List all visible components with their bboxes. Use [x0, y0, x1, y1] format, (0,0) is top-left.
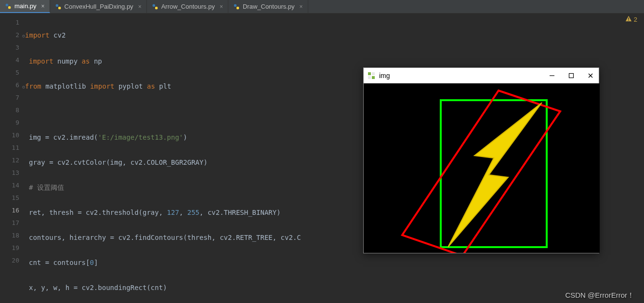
line-number: 15 — [0, 192, 19, 204]
line-number: 17 — [0, 217, 19, 229]
svg-rect-5 — [155, 7, 158, 9]
svg-rect-13 — [372, 76, 375, 79]
python-file-icon — [152, 3, 158, 10]
line-number-gutter: 1 2 3 4 5 6 7 8 9 10 11 12 13 14 15 16 1… — [0, 13, 29, 303]
line-number: 8 — [0, 104, 19, 117]
line-number: 16 — [0, 204, 19, 217]
close-icon[interactable]: × — [138, 3, 142, 10]
svg-rect-8 — [628, 17, 629, 19]
window-controls — [548, 71, 595, 80]
svg-rect-3 — [58, 7, 61, 9]
maximize-button[interactable] — [567, 71, 576, 80]
line-number: 5 — [0, 66, 19, 79]
line-number: 10 — [0, 129, 19, 142]
fold-icon[interactable]: ⊖ — [22, 84, 25, 90]
line-number: 7 — [0, 92, 19, 104]
line-number: 12 — [0, 154, 19, 167]
line-number: 20 — [0, 254, 19, 267]
warning-icon — [625, 15, 632, 24]
opencv-window[interactable]: img — [363, 67, 599, 253]
line-number: 13 — [0, 167, 19, 179]
app-icon — [368, 72, 375, 79]
svg-rect-10 — [368, 72, 371, 75]
line-number: 3 — [0, 41, 19, 54]
warning-count: 2 — [634, 16, 637, 23]
editor-tabs-bar: main.py × ConvexHull_PaiDxing.py × Arrow… — [0, 0, 644, 13]
line-number: 19 — [0, 242, 19, 254]
svg-rect-15 — [569, 74, 574, 78]
tab-main[interactable]: main.py × — [0, 0, 50, 13]
tab-label: Arrow_Contours.py — [161, 3, 215, 10]
close-icon[interactable]: × — [41, 3, 45, 10]
window-title: img — [379, 72, 390, 79]
code-line: ⊖import cv2 — [29, 29, 644, 42]
code-line: x, y, w, h = cv2.boundingRect(cnt) — [29, 281, 644, 294]
svg-rect-7 — [237, 7, 239, 9]
python-file-icon — [5, 3, 12, 10]
image-canvas — [364, 83, 599, 253]
tab-draw-contours[interactable]: Draw_Contours.py × — [228, 0, 308, 13]
line-number: 14 — [0, 179, 19, 192]
fold-icon[interactable]: ⊖ — [22, 33, 25, 39]
tab-label: ConvexHull_PaiDxing.py — [65, 3, 133, 10]
code-line: cnt = contours[0] — [29, 256, 644, 269]
tab-arrow-contours[interactable]: Arrow_Contours.py × — [147, 0, 228, 13]
svg-rect-1 — [8, 6, 11, 9]
svg-rect-9 — [628, 20, 629, 21]
watermark-text: CSDN @ErrorError！ — [565, 291, 634, 300]
python-file-icon — [233, 3, 240, 10]
line-number: 9 — [0, 117, 19, 129]
svg-rect-0 — [6, 3, 8, 6]
python-file-icon — [55, 3, 62, 10]
tab-label: main.py — [14, 2, 37, 10]
svg-rect-6 — [234, 4, 237, 6]
code-line: import numpy as np — [29, 55, 644, 67]
tab-label: Draw_Contours.py — [243, 3, 295, 10]
line-number: 11 — [0, 142, 19, 154]
close-icon[interactable]: × — [300, 3, 303, 10]
minimize-button[interactable] — [548, 71, 556, 80]
svg-rect-12 — [368, 76, 371, 79]
close-button[interactable] — [586, 71, 595, 80]
svg-rect-11 — [372, 72, 375, 75]
warning-indicator[interactable]: 2 — [625, 15, 637, 24]
tab-convexhull[interactable]: ConvexHull_PaiDxing.py × — [50, 0, 147, 13]
line-number: 18 — [0, 229, 19, 242]
window-titlebar[interactable]: img — [364, 68, 599, 83]
svg-rect-4 — [152, 4, 155, 6]
line-number: 4 — [0, 54, 19, 66]
line-number: 2 — [0, 29, 19, 41]
line-number: 1 — [0, 16, 19, 29]
close-icon[interactable]: × — [220, 3, 223, 10]
line-number: 6 — [0, 79, 19, 92]
svg-rect-2 — [55, 4, 58, 6]
